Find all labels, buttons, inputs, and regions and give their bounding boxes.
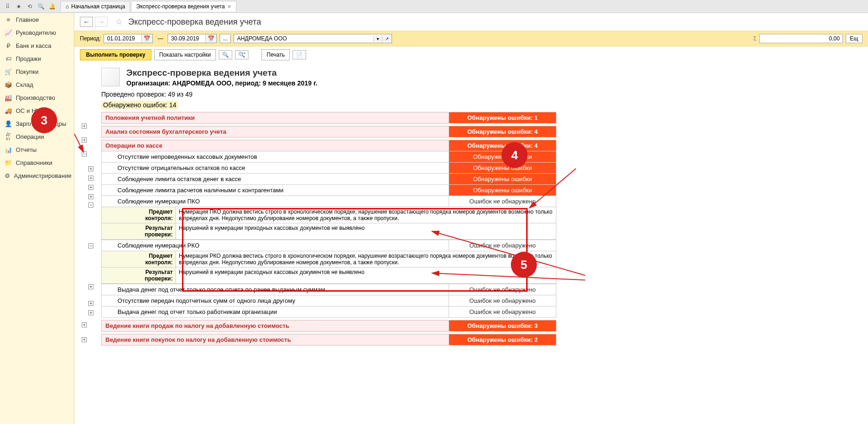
preview-button[interactable]: 📄	[293, 50, 306, 59]
check-row-rko[interactable]: Соблюдение нумерации РКО Ошибок не обнар…	[101, 240, 556, 251]
sidebar-item-bank[interactable]: ₽Банк и касса	[0, 39, 74, 52]
calendar-icon[interactable]: 📅	[141, 34, 152, 43]
date-to-input[interactable]	[168, 34, 205, 43]
expand-icon[interactable]: +	[82, 137, 87, 143]
period-select-button[interactable]: ...	[220, 34, 231, 43]
expand-icon[interactable]: +	[88, 310, 93, 315]
check-status: Обнаружены ошибки	[449, 174, 556, 184]
sidebar-item-manager[interactable]: 📈Руководителю	[0, 26, 74, 39]
apps-icon[interactable]: ⠿	[2, 1, 13, 12]
result-label: Результат проверки:	[102, 267, 176, 284]
bell-icon[interactable]: 🔔	[46, 1, 58, 12]
search-icon[interactable]: 🔍	[35, 1, 46, 12]
sb-label: Справочники	[16, 159, 52, 166]
sidebar-item-sales[interactable]: 🏷Продажи	[0, 52, 74, 65]
open-icon[interactable]: ↗	[382, 35, 392, 42]
period-label: Период:	[80, 35, 101, 42]
find-next-button[interactable]: 🔍⃕	[235, 50, 248, 59]
group-name: Положения учетной политики	[102, 112, 449, 123]
sum-value: 0,00	[759, 34, 843, 43]
factory-icon: 🏭	[5, 94, 12, 101]
show-settings-button[interactable]: Показать настройки	[154, 49, 216, 60]
sidebar-item-main[interactable]: ≡Главное	[0, 13, 74, 26]
gear-icon: ⚙	[5, 172, 10, 179]
check-name: Соблюдение лимита остатков денег в кассе	[102, 174, 449, 184]
document-icon	[101, 68, 120, 86]
home-icon: ⌂	[65, 3, 69, 10]
more-button[interactable]: Ещ	[846, 34, 862, 43]
rko-detail-table: Предмет контроля: Нумерация РКО должна в…	[101, 251, 556, 284]
sidebar-item-purchases[interactable]: 🛒Покупки	[0, 65, 74, 78]
group-sales-book[interactable]: Ведение книги продаж по налогу на добавл…	[101, 320, 556, 332]
expand-icon[interactable]: +	[88, 176, 93, 181]
group-name: Ведение книги продаж по налогу на добавл…	[102, 320, 449, 331]
ruble-icon: ₽	[5, 42, 12, 49]
collapse-icon[interactable]: −	[88, 243, 93, 248]
expand-icon[interactable]: +	[88, 301, 93, 306]
date-to-field[interactable]: 📅	[168, 34, 217, 43]
group-cash-ops[interactable]: Операции по кассе Обнаружены ошибки: 4	[101, 140, 556, 151]
tab-express-check[interactable]: Экспресс-проверка ведения учета ✕	[131, 1, 236, 12]
expand-icon[interactable]: +	[82, 322, 87, 327]
run-check-button[interactable]: Выполнить проверку	[80, 49, 151, 60]
date-from-field[interactable]: 📅	[104, 34, 153, 43]
check-row[interactable]: Соблюдение лимита расчетов наличными с к…	[101, 184, 556, 196]
check-row-pko[interactable]: Соблюдение нумерации ПКО Ошибок не обнар…	[101, 196, 556, 207]
expand-icon[interactable]: +	[88, 185, 93, 190]
check-row[interactable]: Отсутствие непроведенных кассовых докуме…	[101, 151, 556, 163]
check-status: Обнаружены ошибки	[449, 185, 556, 196]
tab-express-label: Экспресс-проверка ведения учета	[136, 3, 225, 10]
cart-icon: 🛒	[5, 68, 12, 75]
expand-icon[interactable]: +	[88, 284, 93, 289]
check-row[interactable]: Выдача денег под отчет только работникам…	[101, 306, 556, 318]
report-org-period: Организация: АНДРОМЕДА ООО, период: 9 ме…	[126, 79, 317, 87]
annotation-callout-5: 5	[511, 252, 537, 278]
print-button[interactable]: Печать	[261, 49, 290, 60]
nav-back-button[interactable]: ←	[80, 17, 93, 27]
org-input[interactable]	[234, 34, 373, 43]
collapse-icon[interactable]: −	[88, 202, 93, 208]
check-status: Ошибок не обнаружено	[449, 196, 556, 207]
expand-icon[interactable]: +	[82, 124, 87, 129]
collapse-icon[interactable]: −	[82, 151, 87, 157]
nav-forward-button[interactable]: →	[95, 17, 108, 27]
group-accounting-state[interactable]: Анализ состояния бухгалтерского учета Об…	[101, 126, 556, 137]
sidebar-item-operations[interactable]: ДтКтОперации	[0, 130, 74, 143]
star-icon[interactable]: ★	[13, 1, 24, 12]
favorite-icon[interactable]: ☆	[115, 17, 123, 27]
rko-result-text: Нарушений в нумерации расходных кассовых…	[176, 267, 556, 284]
expand-icon[interactable]: +	[88, 194, 93, 199]
close-icon[interactable]: ✕	[227, 4, 231, 10]
history-icon[interactable]: ⟲	[24, 1, 35, 12]
expand-icon[interactable]: +	[82, 337, 87, 342]
sidebar-item-warehouse[interactable]: 📦Склад	[0, 78, 74, 91]
check-row[interactable]: Соблюдение лимита остатков денег в кассе…	[101, 173, 556, 185]
person-icon: 👤	[5, 120, 12, 127]
calendar-icon[interactable]: 📅	[205, 34, 216, 43]
chart-icon: 📈	[5, 29, 12, 36]
sidebar-item-production[interactable]: 🏭Производство	[0, 91, 74, 104]
check-row[interactable]: Выдача денег под отчет только после отче…	[101, 284, 556, 295]
expand-icon[interactable]: +	[88, 166, 93, 171]
group-accounting-policy[interactable]: Положения учетной политики Обнаружены ош…	[101, 112, 556, 124]
annotation-callout-3: 3	[31, 107, 57, 133]
subject-label: Предмет контроля:	[102, 251, 176, 267]
sidebar-item-reports[interactable]: 📊Отчеты	[0, 143, 74, 156]
check-row[interactable]: Отсутствие передач подотчетных сумм от о…	[101, 295, 556, 307]
group-name: Операции по кассе	[102, 140, 449, 151]
dropdown-icon[interactable]: ▾	[373, 35, 382, 42]
check-name: Выдача денег под отчет только работникам…	[102, 307, 449, 317]
tab-home[interactable]: ⌂ Начальная страница	[60, 1, 130, 12]
pko-detail-table: Предмет контроля: Нумерация ПКО должна в…	[101, 207, 556, 240]
menu-icon: ≡	[5, 16, 12, 23]
group-name: Анализ состояния бухгалтерского учета	[102, 126, 449, 137]
sidebar-item-admin[interactable]: ⚙Администрирование	[0, 169, 74, 182]
sidebar-item-catalogs[interactable]: 📁Справочники	[0, 156, 74, 169]
find-button[interactable]: 🔍	[219, 50, 232, 59]
check-row[interactable]: Отсутствие отрицательных остатков по кас…	[101, 162, 556, 174]
result-label: Результат проверки:	[102, 223, 176, 240]
group-purchase-book[interactable]: Ведение книги покупок по налогу на добав…	[101, 334, 556, 346]
date-from-input[interactable]	[104, 34, 141, 43]
box-icon: 📦	[5, 81, 12, 88]
org-select[interactable]: ▾ ↗	[234, 34, 392, 43]
